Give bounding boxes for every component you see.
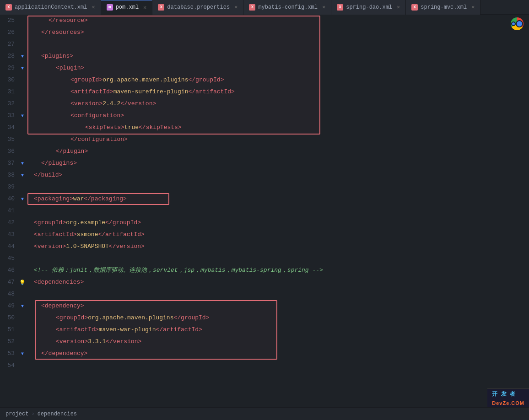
tab-close[interactable]: ✕ <box>471 4 475 11</box>
breadcrumb-project: project <box>5 411 28 417</box>
code-lines[interactable]: </resource> </resources> <plugins> <plug… <box>27 15 529 407</box>
code-line-48 <box>30 288 522 300</box>
code-line-54 <box>30 360 522 372</box>
tab-icon-xml3: X <box>249 4 255 11</box>
gutter-row-28[interactable]: ▼ <box>18 50 27 62</box>
code-line-39 <box>30 181 522 193</box>
code-line-44: <version>1.0-SNAPSHOT</version> <box>30 241 522 253</box>
code-line-28: <plugins> <box>30 50 522 62</box>
gutter-row-44 <box>18 241 27 253</box>
tab-springdao[interactable]: X spring-dao.xml ✕ <box>331 0 406 15</box>
tab-close[interactable]: ✕ <box>397 4 400 11</box>
code-line-53: </dependency> <box>30 348 522 360</box>
code-line-25: </resource> <box>30 15 522 27</box>
gutter-row-47[interactable]: 💡 <box>18 276 27 288</box>
code-line-30: <groupId>org.apache.maven.plugins</group… <box>30 74 522 86</box>
code-line-50: <groupId>org.apache.maven.plugins</group… <box>30 312 522 324</box>
code-line-35: </configuration> <box>30 134 522 145</box>
tab-icon-xml2: X <box>158 4 164 11</box>
gutter-row-52 <box>18 336 27 348</box>
code-line-43: <artifactId>ssmone</artifactId> <box>30 229 522 241</box>
tab-bar: X applicationContext.xml ✕ m pom.xml ✕ X… <box>0 0 529 15</box>
tab-icon-xml: X <box>5 4 12 11</box>
tab-database[interactable]: X database.properties ✕ <box>152 0 243 15</box>
gutter-row-35 <box>18 134 27 145</box>
code-line-34: <skipTests>true</skipTests> <box>30 122 522 134</box>
tab-label: database.properties <box>167 4 230 11</box>
gutter-row-51 <box>18 324 27 336</box>
tab-label: spring-dao.xml <box>346 4 392 11</box>
code-line-42: <groupId>org.example</groupId> <box>30 217 522 229</box>
gutter-row-41 <box>18 205 27 217</box>
gutter-row-32 <box>18 98 27 110</box>
gutter-row-42 <box>18 217 27 229</box>
code-line-27 <box>30 38 522 50</box>
tab-label: applicationContext.xml <box>15 4 87 11</box>
tab-mybatis[interactable]: X mybatis-config.xml ✕ <box>243 0 331 15</box>
gutter-row-25 <box>18 15 27 27</box>
gutter-row-45 <box>18 253 27 264</box>
gutter-row-38[interactable]: ▼ <box>18 169 27 181</box>
gutter-row-43 <box>18 229 27 241</box>
code-line-29: <plugin> <box>30 62 522 74</box>
chrome-icon <box>511 17 524 30</box>
tab-label: mybatis-config.xml <box>258 4 318 11</box>
code-line-40: <packaging>war</packaging> <box>30 193 522 205</box>
gutter: ▼ ▼ ▼ ▼ ▼ ▼ 💡 ▼ ▼ <box>18 15 27 407</box>
tab-icon-xml5: X <box>411 4 418 11</box>
tab-springmvc[interactable]: X spring-mvc.xml ✕ <box>406 0 480 15</box>
editor-area: 25 26 27 28 29 30 31 32 33 34 35 36 37 3… <box>0 15 529 407</box>
code-line-52: <version>3.3.1</version> <box>30 336 522 348</box>
gutter-row-37[interactable]: ▼ <box>18 157 27 169</box>
breadcrumb-separator: › <box>31 411 34 417</box>
gutter-row-26 <box>18 27 27 38</box>
code-line-41 <box>30 205 522 217</box>
tab-label: pom.xml <box>116 4 139 11</box>
gutter-row-30 <box>18 74 27 86</box>
gutter-row-34 <box>18 122 27 134</box>
watermark-subtext: DevZe.COM <box>492 400 524 406</box>
tab-close[interactable]: ✕ <box>92 4 95 11</box>
tab-applicationcontext[interactable]: X applicationContext.xml ✕ <box>0 0 101 15</box>
line-numbers: 25 26 27 28 29 30 31 32 33 34 35 36 37 3… <box>0 15 18 407</box>
tab-icon-m: m <box>107 4 113 11</box>
breadcrumb-dependencies: dependencies <box>38 411 77 417</box>
watermark: 开 发 者 DevZe.COM <box>487 388 529 407</box>
code-line-26: </resources> <box>30 27 522 38</box>
gutter-row-46 <box>18 264 27 276</box>
gutter-row-31 <box>18 86 27 98</box>
code-line-46: <!-- 依赖：junit，数据库驱动。连接池，servlet，jsp，myba… <box>30 264 522 276</box>
tab-icon-xml4: X <box>337 4 343 11</box>
tab-close[interactable]: ✕ <box>234 4 238 11</box>
code-line-33: <configuration> <box>30 110 522 122</box>
watermark-text: 开 发 者 <box>492 391 516 397</box>
code-line-47: <dependencies> <box>30 276 522 288</box>
tab-close[interactable]: ✕ <box>322 4 325 11</box>
gutter-row-53[interactable]: ▼ <box>18 348 27 360</box>
status-bar: project › dependencies <box>0 407 529 420</box>
gutter-row-33[interactable]: ▼ <box>18 110 27 122</box>
code-line-51: <artifactId>maven-war-plugin</artifactId… <box>30 324 522 336</box>
gutter-row-39 <box>18 181 27 193</box>
code-line-36: </plugin> <box>30 145 522 157</box>
gutter-row-29[interactable]: ▼ <box>18 62 27 74</box>
tab-pom[interactable]: m pom.xml ✕ <box>101 0 153 15</box>
code-line-32: <version>2.4.2</version> <box>30 98 522 110</box>
gutter-row-40[interactable]: ▼ <box>18 193 27 205</box>
gutter-row-36 <box>18 145 27 157</box>
gutter-row-54 <box>18 360 27 372</box>
code-line-49: <dependency> <box>30 300 522 312</box>
code-line-31: <artifactId>maven-surefire-plugin</artif… <box>30 86 522 98</box>
code-line-45 <box>30 253 522 264</box>
gutter-row-27 <box>18 38 27 50</box>
tab-close[interactable]: ✕ <box>143 4 146 11</box>
tab-label: spring-mvc.xml <box>421 4 467 11</box>
code-line-38: </build> <box>30 169 522 181</box>
gutter-row-49[interactable]: ▼ <box>18 300 27 312</box>
gutter-row-50 <box>18 312 27 324</box>
code-line-37: </plugins> <box>30 157 522 169</box>
code-editor[interactable]: </resource> </resources> <plugins> <plug… <box>27 15 529 407</box>
gutter-row-48 <box>18 288 27 300</box>
